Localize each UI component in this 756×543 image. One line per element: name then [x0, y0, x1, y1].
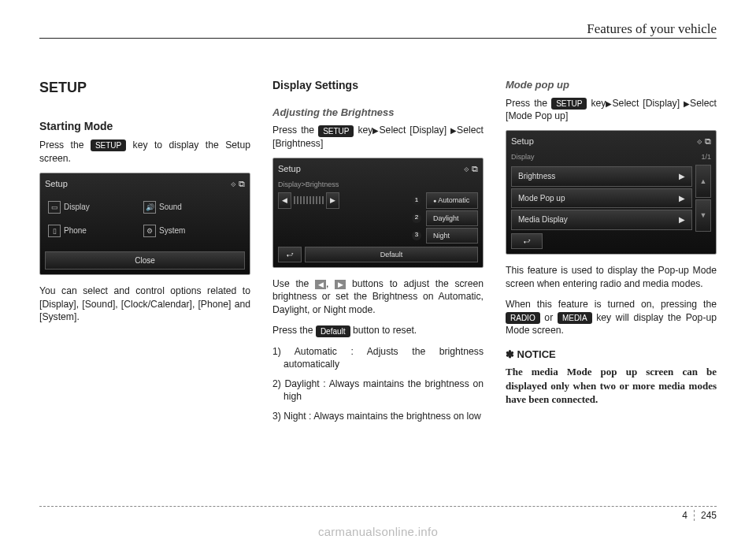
screenshot-display-menu: Setup⟐ ⧉ Display 1/1 Brightness▶ Mode Po… — [506, 130, 717, 255]
arrow-icon: ▶ — [450, 125, 457, 136]
row-media-display: Media Display▶ — [511, 210, 692, 230]
heading-display-settings: Display Settings — [272, 78, 484, 93]
bt-icon: ⟐ ⧉ — [697, 136, 711, 147]
watermark: carmanualsonline.info — [0, 525, 756, 538]
media-key: MEDIA — [558, 312, 592, 324]
para-starting-mode: Press the SETUP key to display the Setup… — [39, 139, 250, 165]
scroll-up-button: ▲ — [695, 165, 711, 197]
chevron-right-icon: ▶ — [679, 193, 685, 204]
para-setup-options: You can select and control options relat… — [39, 285, 250, 323]
heading-mode-popup: Mode pop up — [506, 78, 717, 92]
setup-key: SETUP — [318, 125, 354, 137]
close-button: Close — [45, 251, 245, 270]
screenshot-setup-main: Setup⟐ ⧉ ▭Display 🔊Sound ▯Phone ⚙System … — [39, 173, 250, 275]
right-arrow-icon: ▶ — [335, 280, 346, 289]
heading-adjust-brightness: Adjusting the Brightness — [272, 106, 484, 120]
menu-phone: ▯Phone — [46, 221, 137, 240]
setup-key: SETUP — [91, 139, 126, 151]
notice-body: The media Mode pop up screen can be disp… — [506, 365, 717, 407]
para-modepopup-path: Press the SETUP key▶Select [Display] ▶Se… — [506, 97, 717, 123]
radio-key: RADIO — [506, 312, 540, 324]
section-number: 4 — [682, 510, 694, 521]
menu-display: ▭Display — [46, 198, 137, 217]
left-arrow-button: ◀ — [278, 192, 291, 208]
notice-heading: ✽ NOTICE — [506, 348, 717, 362]
scroll-down-button: ▼ — [695, 199, 711, 232]
page-footer: 4 245 — [39, 506, 717, 521]
default-button: Default — [305, 247, 478, 262]
left-arrow-icon: ◀ — [315, 280, 326, 289]
para-brightness-use: Use the ◀, ▶ buttons to adjust the scree… — [272, 277, 484, 316]
menu-sound: 🔊Sound — [142, 198, 232, 217]
default-key: Default — [316, 325, 350, 337]
bt-icon: ⟐ ⧉ — [464, 163, 478, 175]
chevron-right-icon: ▶ — [679, 214, 685, 225]
row-brightness: Brightness▶ — [511, 166, 692, 187]
breadcrumb: Display>Brightness — [278, 180, 478, 189]
phone-icon: ▯ — [48, 225, 61, 237]
page-indicator: 1/1 — [701, 152, 711, 162]
callout-1: 1 — [412, 195, 421, 205]
heading-setup: SETUP — [39, 78, 250, 97]
bt-icon: ⟐ ⧉ — [231, 178, 245, 190]
menu-system: ⚙System — [142, 221, 232, 240]
list-item-night: 3) Night : Always maintains the brightne… — [272, 410, 484, 422]
shot-title: Setup — [278, 163, 301, 175]
screenshot-brightness: Setup⟐ ⧉ Display>Brightness ◀ ▶ 1● Autom… — [272, 158, 484, 268]
arrow-icon: ▶ — [684, 99, 690, 110]
para-brightness-path: Press the SETUP key▶Select [Display] ▶Se… — [272, 124, 484, 150]
automatic-button: ● Automatic — [426, 192, 478, 208]
para-popup-desc: This feature is used to display the Pop-… — [506, 264, 717, 290]
setup-key: SETUP — [551, 98, 587, 110]
row-mode-popup: Mode Pop up▶ — [511, 188, 692, 209]
chevron-right-icon: ▶ — [679, 171, 685, 182]
para-popup-on: When this feature is turned on, pressing… — [506, 298, 717, 337]
list-item-automatic: 1) Automatic : Adjusts the brightness au… — [272, 345, 484, 371]
system-icon: ⚙ — [143, 225, 156, 237]
para-default-reset: Press the Default button to reset. — [272, 324, 484, 337]
display-icon: ▭ — [48, 201, 61, 214]
shot-title: Setup — [511, 136, 534, 147]
callout-2: 2 — [412, 214, 421, 223]
chapter-title: Features of your vehicle — [582, 21, 717, 37]
night-button: Night — [426, 228, 478, 244]
daylight-button: Daylight — [426, 210, 478, 226]
breadcrumb: Display — [511, 152, 535, 162]
back-button: ⮐ — [278, 247, 302, 262]
shot-title: Setup — [45, 178, 68, 190]
back-button: ⮐ — [511, 233, 543, 249]
sound-icon: 🔊 — [143, 201, 156, 214]
right-arrow-button: ▶ — [326, 192, 339, 208]
list-item-daylight: 2) Daylight : Always maintains the brigh… — [272, 377, 484, 404]
page-number: 245 — [694, 510, 717, 521]
heading-starting-mode: Starting Mode — [39, 119, 250, 134]
callout-3: 3 — [412, 231, 421, 240]
